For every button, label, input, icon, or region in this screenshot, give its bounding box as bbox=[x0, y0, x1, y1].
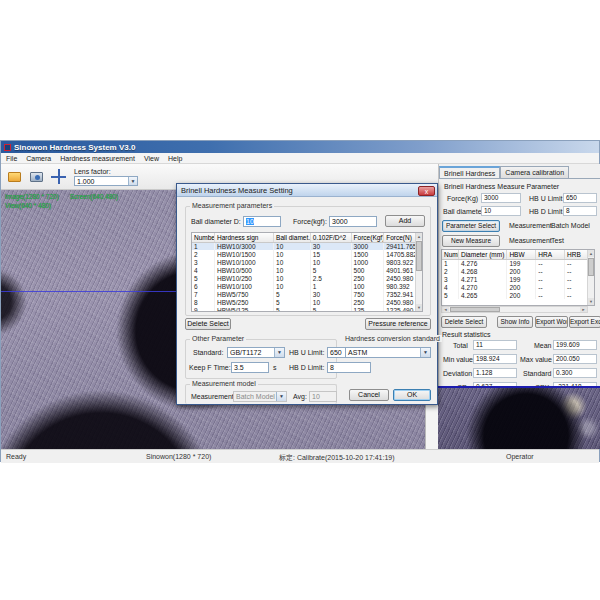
app-window: Sinowon Hardness System V3.0 File Camera… bbox=[0, 140, 600, 462]
column-header[interactable]: HBW bbox=[507, 250, 536, 259]
camera-view-bottom[interactable] bbox=[438, 386, 600, 449]
delete-select-button[interactable]: Delete Select bbox=[441, 316, 487, 328]
column-header[interactable]: Number bbox=[192, 233, 214, 242]
force-kgf-input[interactable]: 3000 bbox=[329, 216, 377, 227]
table-row[interactable]: 44.270200---- bbox=[442, 283, 594, 291]
table-row[interactable]: 5HBW10/250102.52502450.980 bbox=[192, 274, 422, 282]
brinell-setting-dialog: Brinell Hardness Measure Setting x Measu… bbox=[176, 183, 438, 405]
table-row[interactable]: 54.265200---- bbox=[442, 291, 594, 299]
cancel-button[interactable]: Cancel bbox=[349, 389, 389, 401]
table-cell: 4 bbox=[442, 283, 458, 291]
export-word-button[interactable]: Export Word bbox=[535, 316, 568, 328]
status-ready: Ready bbox=[6, 453, 26, 460]
menu-item-file[interactable]: File bbox=[6, 155, 17, 162]
table-cell: 6 bbox=[192, 282, 214, 290]
avg-input[interactable]: 10 bbox=[309, 391, 337, 402]
scroll-down-icon[interactable]: ▼ bbox=[588, 298, 594, 305]
status-resolution: Sinowon(1280 * 720) bbox=[146, 453, 211, 460]
crosshair-icon bbox=[51, 169, 66, 184]
table-row[interactable]: 34.271199---- bbox=[442, 275, 594, 283]
scroll-left-icon[interactable]: ◄ bbox=[442, 307, 449, 312]
export-excel-button[interactable]: Export Excel bbox=[569, 316, 600, 328]
hardness-table-vscrollbar[interactable]: ▲ ▼ bbox=[415, 233, 422, 311]
conversion-standard-value: ASTM bbox=[348, 349, 367, 356]
tab-camera-calibration[interactable]: Camera calibration bbox=[500, 166, 569, 178]
column-header[interactable]: Diameter (mm) bbox=[458, 250, 506, 259]
column-header[interactable]: Force(Kgf) bbox=[351, 233, 384, 242]
table-cell: 10 bbox=[310, 298, 351, 306]
status-calibrate: 标定: Calibrate(2015-10-20 17:41:19) bbox=[279, 453, 395, 463]
new-measure-button[interactable]: New Measure bbox=[442, 235, 500, 247]
results-table-hscrollbar[interactable]: ◄ ► bbox=[441, 306, 588, 313]
results-table[interactable]: NumberDiameter (mm)HBWHRAHRB14.276199---… bbox=[442, 250, 594, 299]
force-value: 3000 bbox=[481, 193, 521, 203]
ball-diameter-d-input[interactable]: 10 bbox=[243, 216, 281, 227]
dialog-titlebar[interactable]: Brinell Hardness Measure Setting bbox=[177, 184, 437, 197]
table-row[interactable]: 1HBW10/30001030300029411.765 bbox=[192, 242, 422, 250]
hardness-sign-table[interactable]: NumberHardness signBall diamet...0.102F/… bbox=[192, 233, 422, 312]
menu-item-help[interactable]: Help bbox=[168, 155, 182, 162]
table-cell: 500 bbox=[351, 266, 384, 274]
tab-brinell-hardness[interactable]: Brinell Hardness bbox=[439, 166, 500, 178]
table-cell: HBW10/1000 bbox=[214, 258, 273, 266]
force-label: Force(Kg) bbox=[447, 195, 478, 202]
table-cell: 199 bbox=[507, 275, 536, 283]
table-cell: 2.5 bbox=[310, 274, 351, 282]
parameter-select-button[interactable]: Parameter Select bbox=[442, 220, 500, 232]
column-header[interactable]: Number bbox=[442, 250, 458, 259]
measurement1-value: Batch Model bbox=[551, 222, 590, 229]
standard-label: Standard: bbox=[193, 349, 223, 356]
measurement-model-select[interactable]: Batch Model ▼ bbox=[233, 391, 287, 402]
table-row[interactable]: 8HBW5/2505102502450.980 bbox=[192, 298, 422, 306]
table-row[interactable]: 6HBW10/100101100980.392 bbox=[192, 282, 422, 290]
conversion-standard-select[interactable]: ASTM ▼ bbox=[345, 347, 431, 358]
open-button[interactable] bbox=[4, 167, 24, 187]
column-header[interactable]: Hardness sign bbox=[214, 233, 273, 242]
add-button[interactable]: Add bbox=[385, 215, 425, 227]
crosshair-button[interactable] bbox=[48, 167, 68, 187]
keep-f-time-input[interactable]: 3.5 bbox=[231, 362, 269, 373]
table-row[interactable]: 9HBW5/125551251225.490 bbox=[192, 306, 422, 312]
scroll-thumb[interactable] bbox=[416, 241, 422, 271]
stat-min-label: Min value bbox=[443, 356, 473, 363]
capture-button[interactable] bbox=[26, 167, 46, 187]
results-table-vscrollbar[interactable]: ▲ ▼ bbox=[587, 250, 594, 305]
menu-item-camera[interactable]: Camera bbox=[26, 155, 51, 162]
table-cell: 3000 bbox=[351, 242, 384, 250]
table-cell: HBW5/750 bbox=[214, 290, 273, 298]
ok-button[interactable]: OK bbox=[393, 389, 431, 401]
scroll-up-icon[interactable]: ▲ bbox=[588, 250, 594, 257]
pressure-reference-button[interactable]: Pressure reference bbox=[365, 318, 431, 330]
table-cell: -- bbox=[536, 267, 565, 275]
table-row[interactable]: 3HBW10/1000101010009803.922 bbox=[192, 258, 422, 266]
standard-select[interactable]: GB/T1172 ▼ bbox=[227, 347, 285, 358]
table-row[interactable]: 14.276199---- bbox=[442, 259, 594, 267]
table-cell: 30 bbox=[310, 290, 351, 298]
column-header[interactable]: HRA bbox=[536, 250, 565, 259]
table-row[interactable]: 24.268200---- bbox=[442, 267, 594, 275]
close-icon[interactable]: x bbox=[418, 186, 435, 196]
table-cell: 1 bbox=[442, 259, 458, 267]
other-parameter-label: Other Parameter bbox=[190, 335, 246, 342]
app-titlebar[interactable]: Sinowon Hardness System V3.0 bbox=[1, 141, 599, 153]
menu-item-hardness-measurement[interactable]: Hardness measurement bbox=[60, 155, 135, 162]
scroll-down-icon[interactable]: ▼ bbox=[416, 304, 422, 311]
scroll-thumb[interactable] bbox=[588, 258, 594, 276]
dialog-delete-select-button[interactable]: Delete Select bbox=[185, 318, 231, 330]
table-cell: 5 bbox=[274, 290, 311, 298]
table-row[interactable]: 7HBW5/7505307507352.941 bbox=[192, 290, 422, 298]
table-row[interactable]: 2HBW10/15001015150014705.882 bbox=[192, 250, 422, 258]
dlg-hb-d-limit-input[interactable]: 8 bbox=[327, 362, 371, 373]
show-info-button[interactable]: Show Info bbox=[497, 316, 533, 328]
scroll-up-icon[interactable]: ▲ bbox=[416, 233, 422, 240]
table-cell: 5 bbox=[442, 291, 458, 299]
table-cell: 4.265 bbox=[458, 291, 506, 299]
scroll-thumb[interactable] bbox=[450, 307, 500, 312]
column-header[interactable]: 0.102F/D^2 bbox=[310, 233, 351, 242]
column-header[interactable]: Ball diamet... bbox=[274, 233, 311, 242]
table-row[interactable]: 4HBW10/5001055004901.961 bbox=[192, 266, 422, 274]
lens-factor-select[interactable]: 1.000 ▼ bbox=[74, 176, 138, 186]
table-cell: 4.270 bbox=[458, 283, 506, 291]
menu-item-view[interactable]: View bbox=[144, 155, 159, 162]
scroll-right-icon[interactable]: ► bbox=[580, 307, 587, 312]
